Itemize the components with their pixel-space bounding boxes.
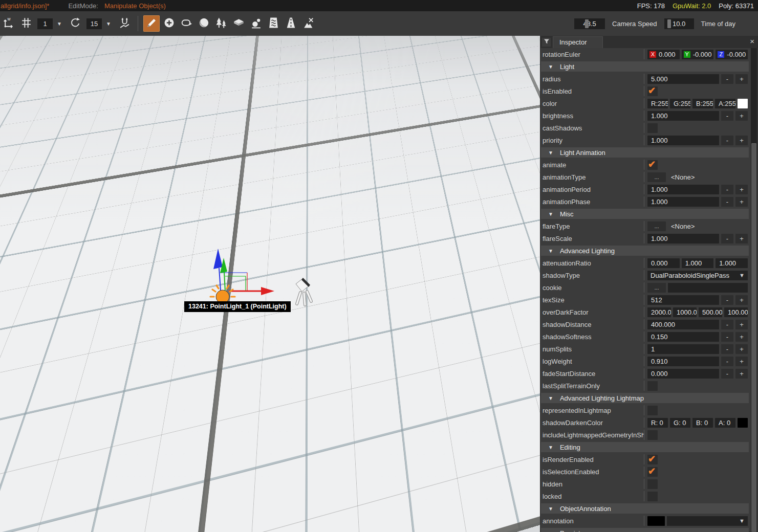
decrement-button[interactable]: -: [721, 357, 733, 366]
increment-button[interactable]: +: [735, 185, 748, 194]
increment-button[interactable]: +: [735, 357, 748, 366]
increment-button[interactable]: +: [735, 136, 748, 145]
color-swatch[interactable]: [738, 99, 748, 108]
shadow-darken-color-swatch[interactable]: [738, 418, 748, 428]
rotation-z-input[interactable]: Z -0.000: [716, 50, 748, 59]
gizmo-blue-axis[interactable]: [213, 249, 247, 291]
hidden-checkbox[interactable]: [647, 479, 658, 489]
increment-button[interactable]: +: [735, 197, 748, 207]
gizmo-green-axis[interactable]: [220, 258, 246, 292]
cookie-input[interactable]: [668, 283, 748, 293]
section-advanced-lighting[interactable]: ▼ Advanced Lighting: [541, 246, 749, 256]
shadow-darken-g-input[interactable]: G: 0: [670, 418, 690, 428]
increment-button[interactable]: +: [735, 234, 748, 243]
increment-button[interactable]: +: [735, 74, 748, 84]
attenuation-input-3[interactable]: 1.000: [716, 258, 748, 268]
rotate-snap-button[interactable]: [67, 15, 83, 32]
increment-button[interactable]: +: [735, 295, 748, 305]
increment-button[interactable]: +: [735, 332, 748, 342]
brightness-input[interactable]: 1.000: [647, 111, 719, 121]
decrement-button[interactable]: -: [721, 234, 733, 243]
particles-tool-button[interactable]: [248, 15, 264, 32]
num-splits-input[interactable]: 1: [647, 344, 719, 354]
decrement-button[interactable]: -: [721, 197, 733, 207]
translate-snap-input[interactable]: 1: [37, 18, 53, 29]
object-edit-tool-button[interactable]: [143, 15, 160, 32]
cast-shadows-checkbox[interactable]: [647, 123, 658, 133]
increment-button[interactable]: +: [735, 320, 748, 329]
tex-size-input[interactable]: 512: [647, 295, 719, 305]
road-tool-button[interactable]: [283, 15, 299, 32]
is-enabled-checkbox[interactable]: ✔: [647, 86, 658, 96]
over-dark-input-4[interactable]: 100.000: [724, 307, 748, 317]
increment-button[interactable]: +: [735, 369, 748, 379]
section-light[interactable]: ▼ Light: [541, 61, 749, 72]
animation-type-browse-button[interactable]: ...: [647, 172, 666, 182]
spot-light-icon[interactable]: [296, 278, 311, 305]
close-icon[interactable]: ×: [750, 37, 754, 46]
decrement-button[interactable]: -: [721, 74, 733, 84]
camera-speed-slider[interactable]: 48.5: [574, 18, 605, 29]
rotate-snap-input[interactable]: 15: [86, 18, 102, 29]
flare-type-browse-button[interactable]: ...: [647, 221, 666, 231]
mesh-tool-button[interactable]: [230, 15, 247, 32]
section-object-annotation[interactable]: ▼ ObjectAnnotation: [541, 503, 749, 514]
decrement-button[interactable]: -: [721, 295, 733, 305]
sphere-tool-button[interactable]: [196, 15, 212, 32]
decrement-button[interactable]: -: [721, 369, 733, 379]
translate-tool-button[interactable]: w: [1, 15, 17, 32]
increment-button[interactable]: +: [735, 111, 748, 121]
represented-in-lightmap-checkbox[interactable]: [647, 406, 658, 415]
inspector-scrollbar[interactable]: [751, 48, 757, 531]
over-dark-input-1[interactable]: 2000.00: [647, 307, 671, 317]
forest-tool-button[interactable]: [213, 15, 229, 32]
priority-input[interactable]: 1.000: [647, 136, 719, 145]
cookie-browse-button[interactable]: ...: [647, 283, 666, 293]
river-tool-button[interactable]: [265, 15, 281, 32]
flare-scale-input[interactable]: 1.000: [647, 234, 719, 243]
decrement-button[interactable]: -: [721, 320, 733, 329]
animation-phase-input[interactable]: 1.000: [647, 197, 719, 207]
rotation-y-input[interactable]: Y -0.000: [682, 50, 714, 59]
section-advanced-lighting-lightmap[interactable]: ▼ Advanced Lighting Lightmap: [541, 393, 749, 403]
snap-to-grid-button[interactable]: [18, 15, 34, 32]
fade-start-distance-input[interactable]: 0.000: [647, 369, 719, 379]
section-misc[interactable]: ▼ Misc: [541, 209, 749, 219]
decrement-button[interactable]: -: [721, 136, 733, 145]
spline-tool-button[interactable]: [178, 15, 194, 32]
scrollbar-thumb[interactable]: [751, 143, 756, 532]
locked-checkbox[interactable]: [647, 492, 658, 501]
shadow-type-dropdown[interactable]: DualParaboloidSinglePass ▼: [647, 271, 748, 280]
animation-period-input[interactable]: 1.000: [647, 185, 719, 194]
drop-to-ground-button[interactable]: [116, 15, 133, 32]
decrement-button[interactable]: -: [721, 332, 733, 342]
color-a-input[interactable]: A:255: [715, 99, 735, 108]
shadow-darken-r-input[interactable]: R: 0: [647, 418, 668, 428]
add-object-button[interactable]: [161, 15, 177, 32]
filter-button[interactable]: [542, 38, 551, 47]
shadow-softness-input[interactable]: 0.150: [647, 332, 719, 342]
is-selection-enabled-checkbox[interactable]: ✔: [647, 467, 658, 477]
log-weight-input[interactable]: 0.910: [647, 357, 719, 366]
time-of-day-slider[interactable]: 10.0: [664, 18, 694, 29]
animate-checkbox[interactable]: ✔: [647, 160, 658, 170]
radius-input[interactable]: 5.000: [647, 74, 719, 84]
increment-button[interactable]: +: [735, 344, 748, 354]
terrain-tools-button[interactable]: [300, 15, 316, 32]
section-editing[interactable]: ▼ Editing: [541, 442, 749, 452]
over-dark-input-3[interactable]: 500.00: [699, 307, 722, 317]
shadow-distance-input[interactable]: 400.000: [647, 320, 719, 329]
tab-inspector[interactable]: Inspector: [553, 36, 603, 48]
camera-speed-slider-handle[interactable]: [585, 19, 589, 28]
annotation-color-swatch[interactable]: [647, 516, 665, 526]
decrement-button[interactable]: -: [721, 344, 733, 354]
include-lightmapped-geometry-checkbox[interactable]: [647, 430, 658, 440]
decrement-button[interactable]: -: [721, 111, 733, 121]
rotate-snap-dropdown[interactable]: ▼: [103, 18, 114, 29]
color-r-input[interactable]: R:255: [647, 99, 668, 108]
section-persistence[interactable]: ▼ Persistence: [541, 528, 749, 532]
transform-gizmo[interactable]: [174, 240, 338, 353]
is-render-enabled-checkbox[interactable]: ✔: [647, 455, 658, 464]
decrement-button[interactable]: -: [721, 185, 733, 194]
over-dark-input-2[interactable]: 1000.00: [673, 307, 697, 317]
